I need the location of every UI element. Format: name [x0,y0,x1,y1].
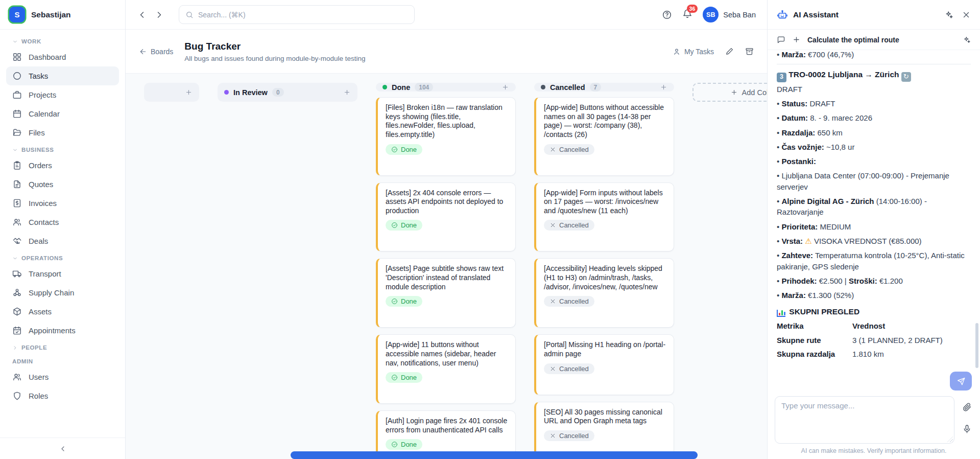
bullet-marker: • [777,197,781,205]
message-line: DRAFT [777,84,971,95]
add-card-icon[interactable] [185,88,193,96]
status-badge: Cancelled [544,296,594,307]
sidebar-item-label: Dashboard [29,53,66,61]
sidebar-item-files[interactable]: Files [6,123,119,142]
text: €2.500 | [817,277,849,285]
task-card[interactable]: [Assets] 2x 404 console errors — assets … [376,182,516,252]
sidebar-item-invoices[interactable]: Invoices [6,194,119,213]
bar-chart-icon [777,310,785,317]
collapse-sidebar-icon [59,445,67,453]
sidebar-item-users[interactable]: Users [6,368,119,386]
ai-assistant-panel: AI Assistant Calculate the optimal route… [767,0,980,459]
new-chat-icon[interactable] [792,35,801,44]
sidebar-item-tasks[interactable]: Tasks [6,66,119,85]
supply-icon [12,288,22,297]
column-header[interactable]: Done104 [376,83,516,91]
task-card[interactable]: [SEO] All 30 pages missing canonical URL… [534,402,674,459]
notifications-button[interactable]: 36 [682,9,692,20]
column-header[interactable] [144,83,199,102]
help-icon[interactable] [662,10,672,20]
x-icon [549,365,556,372]
section-header-work[interactable]: WORK [6,34,119,48]
sidebar-item-roles[interactable]: Roles [6,386,119,405]
task-title: [SEO] All 30 pages missing canonical URL… [544,408,666,426]
sidebar-item-supply-chain[interactable]: Supply Chain [6,283,119,302]
table-header-row: MetrikaVrednost [777,319,971,333]
back-to-boards-button[interactable]: Boards [139,48,173,56]
task-card[interactable]: [App-wide] Form inputs without labels on… [534,182,674,252]
sidebar-item-contacts[interactable]: Contacts [6,213,119,232]
column-header[interactable]: Cancelled7 [534,83,674,91]
close-panel-icon[interactable] [962,10,971,19]
send-icon [957,377,966,386]
sidebar-item-deals[interactable]: Deals [6,232,119,250]
workspace-name: Sebastijan [31,10,71,19]
ai-message-area[interactable]: • Marža: €700 (46,7%)3 TRO-0002 Ljubljan… [768,50,980,371]
my-tasks-label: My Tasks [684,48,714,56]
add-card-icon[interactable] [501,83,509,91]
send-button[interactable] [950,372,972,391]
task-card[interactable]: [Assets] Page subtitle shows raw text 'D… [376,258,516,328]
section-header-business[interactable]: BUSINESS [6,142,119,156]
workspace-switcher[interactable]: S Sebastijan [0,0,125,30]
sidebar-item-assets[interactable]: Assets [6,302,119,321]
sparkles-icon[interactable] [944,10,953,19]
horizontal-scrollbar[interactable] [291,451,698,459]
my-tasks-toggle[interactable]: My Tasks [673,48,714,56]
sidebar-item-projects[interactable]: Projects [6,85,119,104]
add-column-button[interactable]: Add Column [692,83,767,102]
x-icon [549,146,556,153]
bullet-marker: • [777,251,781,260]
sidebar-item-appointments[interactable]: Appointments [6,321,119,340]
edit-board-icon[interactable] [725,47,734,56]
history-back-icon[interactable] [137,10,147,20]
column-dot [541,85,545,89]
global-search[interactable] [179,5,415,24]
text: €700 (46,7%) [806,50,854,59]
text-bold: Čas vožnje: [781,143,824,151]
sidebar-item-quotes[interactable]: Quotes [6,175,119,194]
quotes-icon [12,179,22,189]
sidebar-item-orders[interactable]: Orders [6,156,119,175]
history-forward-icon[interactable] [154,10,164,20]
section-header-operations[interactable]: OPERATIONS [6,250,119,264]
sidebar-collapse-button[interactable] [0,438,125,459]
task-title: [App-wide] Buttons without accessible na… [544,103,666,140]
section-header-people[interactable]: PEOPLE [6,340,119,354]
user-menu[interactable]: SB Seba Ban [703,7,756,22]
status-label: Cancelled [559,432,589,440]
check-circle-icon [391,222,398,228]
section-header-admin[interactable]: ADMIN [6,354,119,368]
message-input[interactable] [781,401,948,437]
conversation-sparkles-icon[interactable] [963,36,971,44]
column-dot [224,90,229,95]
sidebar-item-dashboard[interactable]: Dashboard [6,48,119,66]
text-bold: Stroški: [849,277,877,285]
column-header[interactable]: In Review0 [218,83,357,102]
search-input[interactable] [198,11,408,19]
calendar-icon [12,109,22,119]
microphone-icon[interactable] [962,424,972,434]
add-card-icon[interactable] [660,83,667,91]
column-cards: [Files] Broken i18n — raw translation ke… [376,97,516,459]
column-count: 104 [415,83,433,91]
task-card[interactable]: [Files] Broken i18n — raw translation ke… [376,97,516,176]
app-root: S Sebastijan WORKDashboardTasksProjectsC… [0,0,980,459]
check-circle-icon [391,146,398,153]
sidebar-item-calendar[interactable]: Calendar [6,104,119,123]
task-card[interactable]: [Accessibility] Heading levels skipped (… [534,258,674,328]
task-card[interactable]: [Portal] Missing H1 heading on /portal-a… [534,334,674,395]
robot-icon [777,9,788,20]
add-card-icon[interactable] [343,88,351,96]
message-line: • Alpine Digital AG - Zürich (14:00-16:0… [777,196,971,218]
conversations-icon[interactable] [777,35,785,44]
message-input-box [775,396,954,444]
task-card[interactable]: [App-wide] Buttons without accessible na… [534,97,674,176]
archive-board-icon[interactable] [745,47,754,56]
task-card[interactable]: [App-wide] 11 buttons without accessible… [376,334,516,404]
panel-scrollbar[interactable] [975,323,978,368]
attach-icon[interactable] [962,402,972,412]
message-line: • Status: DRAFT [777,98,971,109]
check-circle-icon [391,441,398,448]
sidebar-item-transport[interactable]: Transport [6,264,119,283]
